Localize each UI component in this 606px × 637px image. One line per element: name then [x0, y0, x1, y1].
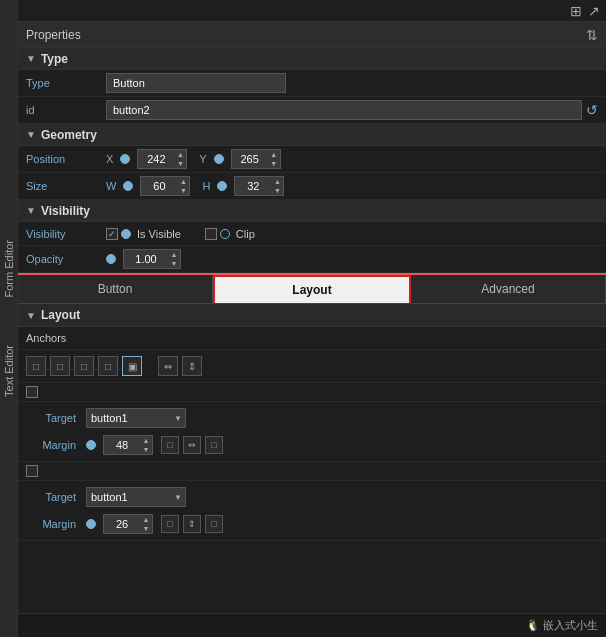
opacity-spinbox[interactable]: ▲ ▼ — [123, 249, 181, 269]
margin-label-1: Margin — [26, 439, 76, 451]
margin-spinbox-2[interactable]: ▲ ▼ — [103, 514, 153, 534]
geometry-section-header[interactable]: ▼ Geometry — [18, 124, 606, 146]
layout-tab[interactable]: Layout — [213, 275, 411, 303]
position-row: Position X ▲ ▼ Y ▲ ▼ — [18, 146, 606, 173]
target-row-2: Target button1 — [26, 485, 598, 509]
margin-dot-2 — [86, 519, 96, 529]
sort-icon[interactable]: ⇅ — [586, 27, 598, 43]
form-editor-tab[interactable]: Form Editor — [1, 236, 17, 301]
w-up[interactable]: ▲ — [177, 177, 189, 186]
id-input[interactable] — [106, 100, 582, 120]
visibility-row: Visibility Is Visible Clip — [18, 222, 606, 246]
left-sidebar: Form Editor Text Editor — [0, 0, 18, 637]
opacity-up[interactable]: ▲ — [168, 250, 180, 259]
visibility-section-header[interactable]: ▼ Visibility — [18, 200, 606, 222]
clip-checkbox[interactable] — [205, 228, 217, 240]
anchors-label-row: Anchors — [18, 327, 606, 350]
anchor-tc[interactable]: □ — [50, 356, 70, 376]
anchor-group-1: Target button1 Margin ▲ ▼ — [18, 402, 606, 462]
margin-up-1[interactable]: ▲ — [140, 436, 152, 445]
opacity-arrows: ▲ ▼ — [168, 250, 180, 268]
target-dropdown-2[interactable]: button1 — [86, 487, 186, 507]
w-input[interactable] — [141, 180, 177, 192]
margin-icon-sq-1[interactable]: □ — [161, 436, 179, 454]
bottom-bar: 🐧 嵌入式小生 — [18, 613, 606, 637]
properties-panel: ▼ Type Type id ↺ ▼ Geometry Position X — [18, 48, 606, 613]
main-content: ⊞ ↗ Properties ⇅ ▼ Type Type id ↺ ▼ — [18, 0, 606, 637]
clip-item: Clip — [205, 228, 255, 240]
type-section-header[interactable]: ▼ Type — [18, 48, 606, 70]
x-input[interactable] — [138, 153, 174, 165]
h-dot — [217, 181, 227, 191]
margin-icon-col-1[interactable]: ⇔ — [183, 436, 201, 454]
h-spinbox[interactable]: ▲ ▼ — [234, 176, 284, 196]
visibility-section-title: Visibility — [41, 204, 90, 218]
anchor-tl[interactable]: □ — [26, 356, 46, 376]
y-down[interactable]: ▼ — [268, 159, 280, 168]
margin-spinbox-1[interactable]: ▲ ▼ — [103, 435, 153, 455]
x-up[interactable]: ▲ — [174, 150, 186, 159]
margin-row-1: Margin ▲ ▼ □ ⇔ □ — [26, 433, 598, 457]
anchor-bl[interactable]: □ — [98, 356, 118, 376]
type-arrow: ▼ — [26, 53, 36, 64]
type-value-container — [106, 73, 598, 93]
visibility-label: Visibility — [26, 228, 106, 240]
opacity-label: Opacity — [26, 253, 106, 265]
button-tab[interactable]: Button — [18, 275, 213, 303]
id-row: id ↺ — [18, 97, 606, 124]
type-input[interactable] — [106, 73, 286, 93]
anchors-label: Anchors — [26, 332, 66, 344]
bottom-group-checkbox[interactable] — [26, 465, 38, 477]
is-visible-item: Is Visible — [106, 228, 181, 240]
margin-icon-col-2[interactable]: ⇕ — [183, 515, 201, 533]
margin-icon-right-2[interactable]: □ — [205, 515, 223, 533]
id-value-container: ↺ — [106, 100, 598, 120]
margin-label-2: Margin — [26, 518, 76, 530]
x-dot — [120, 154, 130, 164]
w-spinbox[interactable]: ▲ ▼ — [140, 176, 190, 196]
opacity-down[interactable]: ▼ — [168, 259, 180, 268]
margin-down-2[interactable]: ▼ — [140, 524, 152, 533]
y-up[interactable]: ▲ — [268, 150, 280, 159]
x-down[interactable]: ▼ — [174, 159, 186, 168]
layout-section-inner-header[interactable]: ▼ Layout — [18, 304, 606, 327]
opacity-input[interactable] — [124, 253, 168, 265]
margin-input-1[interactable] — [104, 439, 140, 451]
w-arrows: ▲ ▼ — [177, 177, 189, 195]
target-dropdown-1[interactable]: button1 — [86, 408, 186, 428]
y-spinbox[interactable]: ▲ ▼ — [231, 149, 281, 169]
w-down[interactable]: ▼ — [177, 186, 189, 195]
refresh-id-icon[interactable]: ↺ — [586, 102, 598, 118]
margin-icon-right-1[interactable]: □ — [205, 436, 223, 454]
anchor-group-2: Target button1 Margin ▲ ▼ — [18, 481, 606, 541]
clip-dot — [220, 229, 230, 239]
is-visible-checkbox[interactable] — [106, 228, 118, 240]
type-section-title: Type — [41, 52, 68, 66]
x-arrows: ▲ ▼ — [174, 150, 186, 168]
margin-up-2[interactable]: ▲ — [140, 515, 152, 524]
anchor-fill[interactable]: ▣ — [122, 356, 142, 376]
target-dropdown-2-wrapper: button1 — [86, 487, 186, 507]
is-visible-label: Is Visible — [137, 228, 181, 240]
y-input[interactable] — [232, 153, 268, 165]
anchor-vcenter[interactable]: ⇕ — [182, 356, 202, 376]
anchor-hcenter[interactable]: ⇔ — [158, 356, 178, 376]
margin-icon-sq-2[interactable]: □ — [161, 515, 179, 533]
h-input[interactable] — [235, 180, 271, 192]
anchor-tr[interactable]: □ — [74, 356, 94, 376]
x-spinbox[interactable]: ▲ ▼ — [137, 149, 187, 169]
add-panel-icon[interactable]: ⊞ — [570, 3, 582, 19]
h-down[interactable]: ▼ — [271, 186, 283, 195]
top-group-checkbox[interactable] — [26, 386, 38, 398]
expand-icon[interactable]: ↗ — [588, 3, 600, 19]
h-up[interactable]: ▲ — [271, 177, 283, 186]
opacity-dot — [106, 254, 116, 264]
advanced-tab[interactable]: Advanced — [411, 275, 606, 303]
margin-arrows-1: ▲ ▼ — [140, 436, 152, 454]
layout-section: ▼ Layout Anchors □ □ □ □ ▣ ⇔ ⇕ — [18, 304, 606, 541]
margin-input-2[interactable] — [104, 518, 140, 530]
margin-down-1[interactable]: ▼ — [140, 445, 152, 454]
top-bar: ⊞ ↗ — [18, 0, 606, 22]
layout-inner-arrow: ▼ — [26, 310, 36, 321]
text-editor-tab[interactable]: Text Editor — [1, 341, 17, 401]
